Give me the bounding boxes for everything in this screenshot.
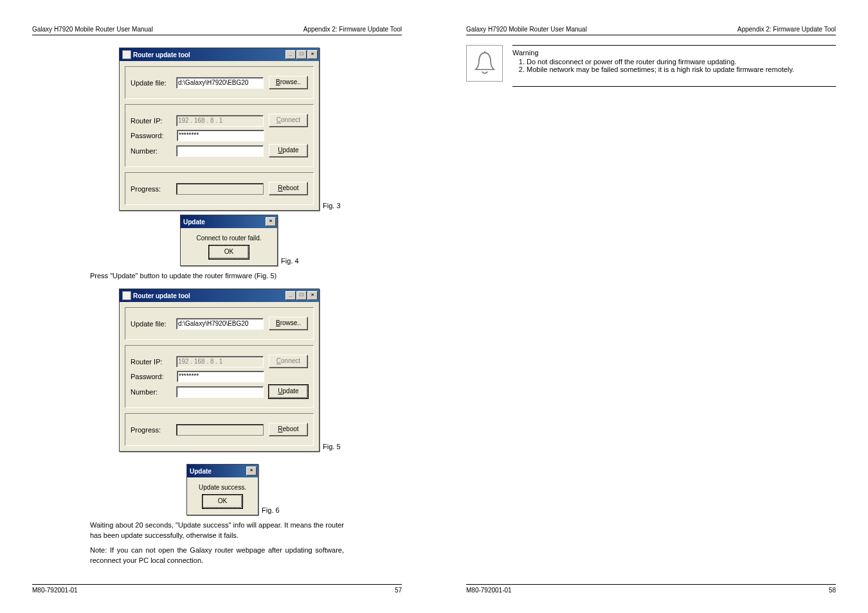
password-input[interactable]: ******** — [177, 371, 264, 382]
page-58: Galaxy H7920 Mobile Router User Manual A… — [434, 0, 868, 613]
connect-button[interactable]: Connect — [269, 114, 308, 127]
fig4-label: Fig. 4 — [281, 257, 299, 265]
header-right: Appendix 2: Firmware Update Tool — [303, 26, 402, 33]
title-text: Router update tool — [133, 51, 285, 58]
warning-list: Do not disconnect or power off the route… — [512, 58, 836, 73]
router-update-dialog-fig5: Router update tool _ □ × Update file: d:… — [119, 289, 320, 452]
header-left: Galaxy H7920 Mobile Router User Manual — [466, 26, 587, 33]
router-ip-label: Router IP: — [131, 358, 176, 366]
footer-page: 58 — [829, 587, 836, 594]
maximize-button[interactable]: □ — [296, 50, 307, 59]
progress-bar — [176, 183, 264, 195]
router-update-dialog-fig3: Router update tool _ □ × Update file: d:… — [119, 48, 320, 211]
page-header: Galaxy H7920 Mobile Router User Manual A… — [32, 26, 402, 35]
reboot-button[interactable]: Reboot — [269, 423, 308, 436]
ok-button[interactable]: OK — [203, 495, 242, 508]
titlebar[interactable]: Router update tool _ □ × — [120, 48, 319, 61]
progress-label: Progress: — [131, 185, 176, 193]
page-footer: M80-792001-01 57 — [32, 584, 402, 594]
msgbox-text: Connect to router faild. — [187, 235, 271, 242]
number-label: Number: — [131, 388, 176, 396]
close-button[interactable]: × — [307, 291, 318, 300]
msgbox-text: Update success. — [194, 484, 251, 491]
app-icon — [122, 291, 131, 300]
warning-block: Warning Do not disconnect or power off t… — [466, 45, 836, 87]
browse-button[interactable]: Browse.. — [269, 76, 308, 89]
note-text: Note: If you can not open the Galaxy rou… — [90, 546, 344, 565]
minimize-button[interactable]: _ — [285, 50, 296, 59]
fig3-label: Fig. 3 — [323, 202, 341, 209]
warning-title: Warning — [512, 49, 836, 57]
titlebar[interactable]: Router update tool _ □ × — [120, 289, 319, 302]
update-file-label: Update file: — [131, 79, 176, 87]
fig5-label: Fig. 5 — [323, 443, 341, 450]
maximize-button[interactable]: □ — [296, 291, 307, 300]
router-ip-input[interactable]: 192 . 168 . 8 . 1 — [176, 356, 264, 368]
app-icon — [122, 50, 131, 59]
progress-label: Progress: — [131, 426, 176, 434]
update-button[interactable]: Update — [269, 385, 308, 398]
footer-page: 57 — [395, 587, 402, 594]
warning-item: Mobile network may be failed sometimes; … — [527, 66, 836, 73]
page-footer: M80-792001-01 58 — [466, 584, 836, 594]
titlebar[interactable]: Update × — [187, 465, 258, 477]
footer-code: M80-792001-01 — [32, 587, 78, 594]
password-input[interactable]: ******** — [177, 130, 264, 141]
header-left: Galaxy H7920 Mobile Router User Manual — [32, 26, 153, 33]
waiting-text: Waiting about 20 seconds, "Update succes… — [90, 520, 344, 540]
update-file-label: Update file: — [131, 320, 176, 328]
password-label: Password: — [131, 373, 177, 380]
update-success-msgbox: Update × Update success. OK — [186, 464, 258, 515]
browse-button[interactable]: Browse.. — [269, 317, 308, 330]
bell-icon — [466, 45, 503, 82]
password-label: Password: — [131, 132, 177, 139]
update-button[interactable]: Update — [269, 144, 308, 157]
reboot-button[interactable]: Reboot — [269, 182, 308, 195]
titlebar[interactable]: Update × — [181, 215, 277, 228]
footer-code: M80-792001-01 — [466, 587, 512, 594]
warning-item: Do not disconnect or power off the route… — [527, 58, 836, 66]
update-file-input[interactable]: d:\Galaxy\H7920\EBG20 — [176, 318, 264, 330]
progress-bar — [176, 424, 264, 436]
title-text: Router update tool — [133, 292, 285, 299]
page-57: Galaxy H7920 Mobile Router User Manual A… — [0, 0, 434, 613]
press-update-text: Press "Update" button to update the rout… — [90, 271, 344, 281]
connect-button[interactable]: Connect — [269, 355, 308, 368]
number-label: Number: — [131, 147, 176, 155]
update-fail-msgbox: Update × Connect to router faild. OK — [180, 215, 278, 266]
number-input[interactable] — [176, 145, 264, 157]
ok-button[interactable]: OK — [209, 245, 249, 259]
close-button[interactable]: × — [246, 466, 257, 475]
close-button[interactable]: × — [266, 217, 276, 226]
minimize-button[interactable]: _ — [285, 291, 296, 300]
fig6-label: Fig. 6 — [262, 506, 280, 514]
msgbox-title: Update — [183, 218, 265, 226]
header-right: Appendix 2: Firmware Update Tool — [737, 26, 836, 33]
close-button[interactable]: × — [307, 50, 318, 59]
msgbox-title: Update — [190, 468, 246, 475]
router-ip-input[interactable]: 192 . 168 . 8 . 1 — [176, 115, 264, 127]
router-ip-label: Router IP: — [131, 117, 176, 125]
number-input[interactable] — [176, 386, 264, 398]
page-header: Galaxy H7920 Mobile Router User Manual A… — [466, 26, 836, 35]
update-file-input[interactable]: d:\Galaxy\H7920\EBG20 — [176, 77, 264, 89]
